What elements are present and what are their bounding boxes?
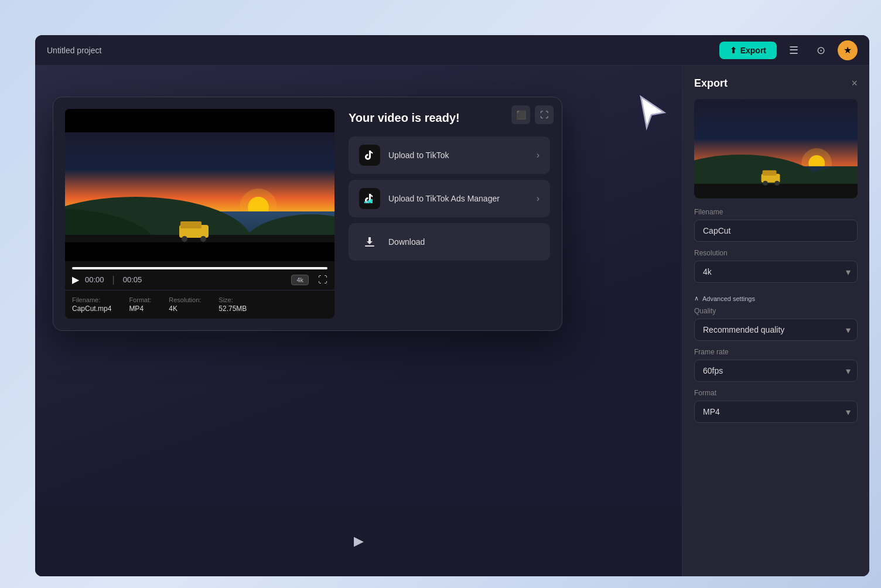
svg-point-27	[763, 181, 768, 186]
resolution-select-wrapper: 4k 1080p 720p 480p	[694, 261, 858, 283]
svg-rect-10	[180, 221, 202, 228]
svg-rect-26	[763, 170, 777, 176]
filename-input[interactable]	[694, 220, 858, 242]
play-icon: ▶	[354, 534, 364, 548]
svg-rect-16	[370, 199, 373, 203]
tiktok-icon	[359, 145, 380, 166]
progress-bar[interactable]	[72, 267, 327, 269]
modal-fullscreen-button[interactable]: ⛶	[535, 105, 554, 124]
filename-value: CapCut.mp4	[72, 305, 111, 313]
time-separator: |	[112, 275, 115, 285]
download-button[interactable]: Download	[349, 223, 550, 261]
resolution-label: Resolution:	[169, 296, 201, 303]
top-bar: Untitled project ⬆ Export ☰ ⊙ ★	[35, 35, 869, 66]
format-select-wrapper: MP4 MOV GIF	[694, 401, 858, 423]
svg-point-11	[182, 236, 187, 242]
format-field: Format MP4 MOV GIF	[682, 389, 869, 430]
app-window: Untitled project ⬆ Export ☰ ⊙ ★ ▶	[35, 35, 869, 576]
comment-icon: ⬛	[516, 110, 526, 119]
modal-comment-button[interactable]: ⬛	[511, 105, 530, 124]
video-player: ▶ 00:00 | 00:05 4k ⛶ Filename: CapCut.mp…	[65, 109, 334, 319]
tiktok-arrow-icon: ›	[537, 150, 539, 160]
export-icon: ⬆	[730, 46, 737, 55]
fullscreen-icon: ⛶	[540, 110, 548, 119]
size-info: Size: 52.75MB	[218, 296, 247, 313]
filename-label: Filename:	[72, 296, 111, 303]
filename-field-label: Filename	[694, 208, 858, 216]
svg-rect-24	[694, 184, 858, 199]
size-value: 52.75MB	[218, 305, 247, 313]
export-modal: ⬛ ⛶	[53, 97, 562, 331]
quality-badge[interactable]: 4k	[291, 275, 309, 285]
export-sidebar-title: Export	[694, 77, 728, 90]
svg-rect-17	[365, 245, 374, 247]
filename-info: Filename: CapCut.mp4	[72, 296, 111, 313]
play-pause-button[interactable]: ▶	[72, 274, 79, 285]
modal-body: ▶ 00:00 | 00:05 4k ⛶ Filename: CapCut.mp…	[65, 109, 550, 319]
avatar-icon: ★	[844, 45, 852, 56]
quality-select-wrapper: Recommended quality High quality Low qua…	[694, 319, 858, 341]
format-value: MP4	[129, 305, 151, 313]
resolution-field: Resolution 4k 1080p 720p 480p	[682, 249, 869, 290]
resolution-field-label: Resolution	[694, 249, 858, 257]
svg-rect-13	[65, 242, 334, 261]
video-controls: ▶ 00:00 | 00:05 4k ⛶	[65, 261, 334, 290]
timeline-play-button[interactable]: ▶	[354, 534, 364, 549]
framerate-field: Frame rate 60fps 30fps 24fps	[682, 348, 869, 389]
resolution-info: Resolution: 4K	[169, 296, 201, 313]
progress-fill	[72, 267, 327, 269]
svg-point-12	[200, 236, 206, 242]
help-icon: ⊙	[817, 44, 825, 57]
resolution-select[interactable]: 4k 1080p 720p 480p	[694, 261, 858, 283]
quality-field: Quality Recommended quality High quality…	[682, 307, 869, 348]
video-thumbnail-svg	[65, 109, 334, 261]
timeline-area: ▶	[35, 506, 682, 576]
advanced-settings-toggle[interactable]: ∧ Advanced settings	[682, 290, 869, 307]
svg-rect-14	[364, 201, 367, 203]
project-title: Untitled project	[47, 46, 101, 55]
export-sidebar: Export ×	[682, 66, 869, 576]
download-icon	[359, 231, 380, 252]
tiktok-ads-icon	[359, 188, 380, 209]
quality-field-label: Quality	[694, 307, 858, 315]
file-info: Filename: CapCut.mp4 Format: MP4 Resolut…	[65, 290, 334, 319]
fullscreen-button[interactable]: ⛶	[318, 275, 327, 285]
framerate-field-label: Frame rate	[694, 348, 858, 356]
duration: 00:05	[123, 275, 142, 284]
format-select[interactable]: MP4 MOV GIF	[694, 401, 858, 423]
svg-rect-0	[65, 109, 334, 132]
export-button[interactable]: ⬆ Export	[719, 42, 777, 59]
svg-point-28	[775, 181, 780, 186]
video-preview	[65, 109, 334, 261]
modal-top-icons: ⬛ ⛶	[511, 105, 554, 124]
filename-field: Filename	[682, 208, 869, 249]
sidebar-thumbnail	[694, 99, 858, 199]
upload-tiktok-ads-button[interactable]: Upload to TikTok Ads Manager ›	[349, 180, 550, 217]
close-export-sidebar-button[interactable]: ×	[851, 77, 858, 90]
tiktok-ads-arrow-icon: ›	[537, 193, 539, 204]
export-sidebar-header: Export ×	[682, 66, 869, 99]
format-label: Format:	[129, 296, 151, 303]
current-time: 00:00	[85, 275, 104, 284]
layers-button[interactable]: ☰	[784, 40, 804, 60]
format-info: Format: MP4	[129, 296, 151, 313]
upload-tiktok-button[interactable]: Upload to TikTok ›	[349, 136, 550, 174]
framerate-select-wrapper: 60fps 30fps 24fps	[694, 360, 858, 382]
framerate-select[interactable]: 60fps 30fps 24fps	[694, 360, 858, 382]
help-button[interactable]: ⊙	[811, 40, 831, 60]
chevron-up-icon: ∧	[694, 295, 699, 302]
quality-select[interactable]: Recommended quality High quality Low qua…	[694, 319, 858, 341]
controls-row: ▶ 00:00 | 00:05 4k ⛶	[72, 274, 327, 285]
layers-icon: ☰	[789, 44, 798, 57]
format-field-label: Format	[694, 389, 858, 397]
avatar-button[interactable]: ★	[838, 40, 858, 60]
svg-rect-15	[367, 200, 370, 203]
top-bar-actions: ⬆ Export ☰ ⊙ ★	[719, 40, 858, 60]
resolution-value: 4K	[169, 305, 201, 313]
size-label: Size:	[218, 296, 247, 303]
modal-right-panel: Your video is ready! Upload to TikTok ›	[349, 109, 550, 319]
